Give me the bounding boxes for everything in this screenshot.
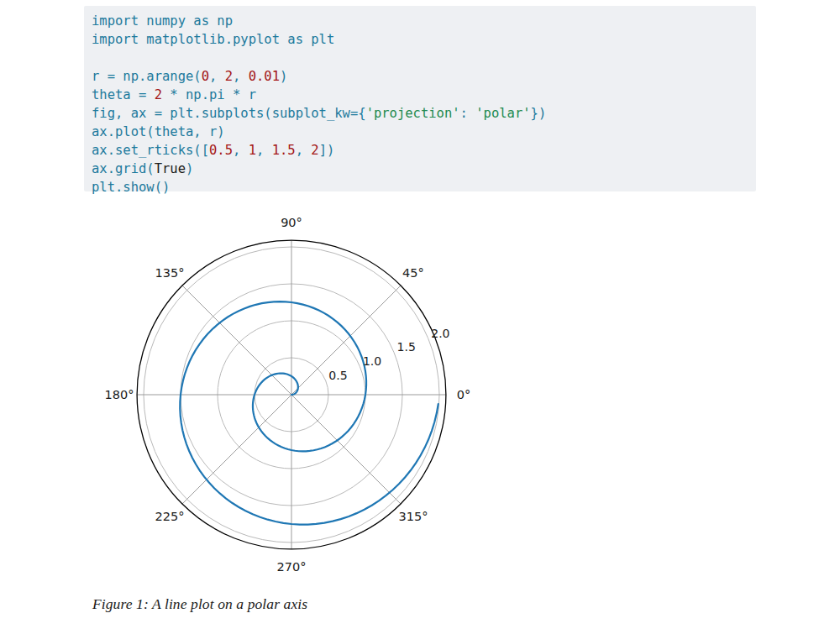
- polar-figure: 0°45°90°135°180°225°270°315°0.51.01.52.0: [84, 207, 521, 591]
- code-line: plt.show(): [92, 178, 748, 197]
- code-token-base: ,: [233, 69, 249, 84]
- polar-chart: 0°45°90°135°180°225°270°315°0.51.01.52.0: [84, 207, 521, 591]
- python-code-block: import numpy as npimport matplotlib.pypl…: [84, 6, 756, 191]
- code-token-base: import numpy as np: [92, 13, 233, 29]
- code-token-base: import matplotlib.pyplot as plt: [92, 32, 334, 47]
- code-line: [92, 49, 748, 67]
- code-token-base: ]): [319, 143, 335, 158]
- code-token-base: theta =: [92, 87, 155, 102]
- document-page: { "page": { "background": "#ffffff" }, "…: [0, 0, 840, 629]
- code-token-bool: True: [155, 161, 186, 176]
- code-token-base: * np.pi * r: [162, 87, 256, 102]
- code-token-base: }): [531, 106, 547, 121]
- theta-gridline: [291, 395, 401, 504]
- code-token-number: 0.5: [209, 143, 233, 158]
- theta-tick-label: 270°: [277, 560, 307, 574]
- theta-tick-label: 135°: [155, 266, 185, 280]
- figure-caption: Figure 1: A line plot on a polar axis: [92, 595, 307, 613]
- code-line: ax.set_rticks([0.5, 1, 1.5, 2]): [92, 141, 748, 160]
- theta-tick-label: 180°: [105, 388, 134, 401]
- code-line: fig, ax = plt.subplots(subplot_kw={'proj…: [92, 104, 748, 123]
- code-line: import numpy as np: [92, 12, 748, 30]
- r-tick-label: 2.0: [431, 327, 449, 340]
- code-token-base: ax.set_rticks([: [92, 143, 209, 158]
- code-token-number: 0: [202, 69, 209, 84]
- code-token-string: 'projection': [366, 106, 460, 121]
- theta-gridline: [182, 395, 291, 504]
- theta-tick-label: 0°: [457, 388, 470, 401]
- code-token-number: 1: [249, 143, 256, 158]
- code-token-base: ax.grid(: [92, 161, 155, 176]
- r-tick-label: 0.5: [328, 369, 347, 382]
- code-token-number: 1.5: [272, 143, 296, 158]
- theta-tick-label: 315°: [398, 510, 428, 523]
- theta-tick-label: 225°: [155, 510, 185, 523]
- code-line: r = np.arange(0, 2, 0.01): [92, 67, 748, 86]
- code-token-base: ,: [233, 143, 249, 158]
- code-token-number: 2: [225, 69, 233, 84]
- spiral-line: [180, 301, 438, 524]
- theta-tick-label: 45°: [402, 266, 424, 280]
- theta-tick-label: 90°: [281, 216, 302, 229]
- r-tick-label: 1.5: [397, 340, 416, 354]
- code-token-base: :: [460, 106, 476, 121]
- code-line: ax.plot(theta, r): [92, 123, 748, 141]
- code-token-number: 2: [155, 87, 162, 102]
- code-token-string: 'polar': [475, 106, 530, 121]
- code-token-base: ,: [209, 69, 225, 84]
- code-line: ax.grid(True): [92, 160, 748, 178]
- code-token-base: ,: [256, 143, 272, 158]
- code-token-base: plt.show(): [92, 180, 170, 195]
- code-token-number: 2: [311, 143, 318, 158]
- code-token-base: ,: [296, 143, 312, 158]
- r-tick-label: 1.0: [363, 354, 381, 368]
- code-token-number: 0.01: [249, 69, 280, 84]
- code-token-base: ax.plot(theta, r): [92, 124, 225, 139]
- code-token-base: ): [186, 161, 193, 176]
- code-token-base: r = np.arange(: [92, 69, 202, 84]
- code-token-base: ): [280, 69, 287, 84]
- code-token-base: fig, ax = plt.subplots(subplot_kw={: [92, 106, 366, 121]
- code-line: theta = 2 * np.pi * r: [92, 86, 748, 104]
- code-line: import matplotlib.pyplot as plt: [92, 30, 748, 49]
